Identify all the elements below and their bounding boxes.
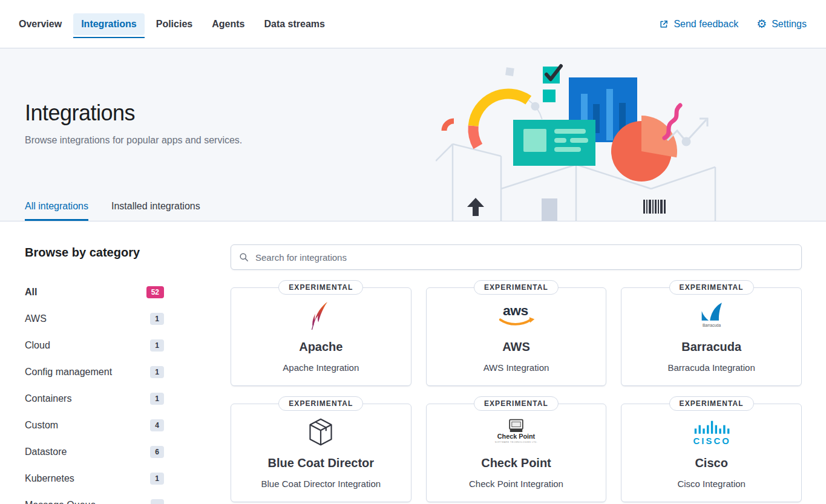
integration-title: Barracuda — [621, 340, 801, 354]
settings-label: Settings — [772, 19, 807, 30]
category-facet-label: Cloud — [25, 340, 50, 351]
integration-card[interactable]: EXPERIMENTAL Apache Apache Integration — [231, 287, 411, 386]
external-link-icon — [659, 19, 669, 29]
integration-logo — [231, 417, 411, 447]
category-facet[interactable]: Custom 4 — [25, 412, 164, 439]
integration-subtitle: Check Point Integration — [427, 479, 606, 489]
integration-logo — [427, 301, 606, 330]
category-facet[interactable]: Kubernetes 1 — [25, 465, 164, 492]
sidebar-heading: Browse by category — [25, 246, 206, 260]
integration-subtitle: Barracuda Integration — [621, 362, 801, 373]
experimental-badge: EXPERIMENTAL — [278, 396, 363, 411]
integration-subtitle: Blue Coat Director Integration — [231, 479, 411, 489]
integration-cards-grid: EXPERIMENTAL Apache Apache Integration E… — [231, 287, 802, 502]
integrations-main: EXPERIMENTAL Apache Apache Integration E… — [231, 244, 802, 504]
category-facet[interactable]: Datastore 6 — [25, 439, 164, 465]
integration-subtitle: Cisco Integration — [621, 479, 801, 489]
category-count-badge: 4 — [150, 419, 164, 431]
category-facet[interactable]: AWS 1 — [25, 306, 164, 332]
category-count-badge: 1 — [150, 473, 164, 485]
integration-card[interactable]: EXPERIMENTAL Check Point Check Point Int… — [426, 404, 607, 502]
tab-all-integrations[interactable]: All integrations — [25, 201, 88, 221]
experimental-badge: EXPERIMENTAL — [474, 280, 559, 295]
integration-subtitle: AWS Integration — [427, 362, 606, 373]
nav-tab[interactable]: Policies — [148, 13, 200, 35]
gear-icon: ⚙ — [756, 18, 767, 30]
nav-tab[interactable]: Integrations — [73, 13, 145, 35]
top-nav-bar: Overview Integrations Policies Agents Da… — [0, 0, 826, 48]
tab-installed-integrations-label: Installed integrations — [111, 201, 200, 211]
integration-card[interactable]: EXPERIMENTAL Barracuda Barracuda Integra… — [621, 287, 802, 386]
integration-title: Blue Coat Director — [231, 456, 411, 470]
category-facet[interactable]: Config management 1 — [25, 359, 164, 385]
send-feedback-button[interactable]: Send feedback — [659, 19, 738, 30]
integration-logo — [621, 301, 801, 330]
integration-logo — [427, 417, 606, 447]
content-area: Browse by category All 52 AWS 1 Cloud 1 — [0, 221, 826, 504]
category-facet-label: Config management — [25, 367, 112, 378]
category-sidebar: Browse by category All 52 AWS 1 Cloud 1 — [25, 244, 206, 504]
category-facet-label: Containers — [25, 393, 71, 404]
integration-title: Cisco — [621, 456, 801, 470]
category-count-badge — [151, 499, 164, 504]
integration-title: Check Point — [427, 456, 606, 470]
category-count-badge: 1 — [150, 393, 164, 405]
category-facet-label: Datastore — [25, 447, 67, 457]
category-count-badge: 1 — [150, 339, 164, 352]
integration-logo — [621, 417, 801, 447]
category-facet-label: Kubernetes — [25, 473, 74, 484]
category-facet-label: Message Queue — [25, 500, 96, 504]
category-facet-label: All — [25, 287, 37, 298]
nav-tab[interactable]: Overview — [11, 13, 70, 35]
nav-tab[interactable]: Agents — [204, 13, 252, 35]
integrations-illustration — [436, 48, 720, 221]
nav-tab-label: Integrations — [81, 19, 137, 29]
integration-card[interactable]: EXPERIMENTAL AWS AWS Integration — [426, 287, 607, 386]
experimental-badge: EXPERIMENTAL — [669, 280, 754, 295]
category-facet[interactable]: Containers 1 — [25, 385, 164, 412]
experimental-badge: EXPERIMENTAL — [474, 396, 559, 411]
category-facet-label: AWS — [25, 313, 47, 324]
settings-button[interactable]: ⚙ Settings — [756, 18, 807, 30]
nav-tab-label: Overview — [19, 19, 62, 29]
integration-logo — [231, 301, 411, 330]
search-icon — [239, 252, 249, 262]
integration-card[interactable]: EXPERIMENTAL Blue Coat Director Blue Coa… — [231, 404, 411, 502]
nav-actions: Send feedback ⚙ Settings — [659, 18, 807, 30]
category-facet[interactable]: Cloud 1 — [25, 332, 164, 359]
category-facet[interactable]: Message Queue — [25, 492, 164, 504]
nav-tab[interactable]: Data streams — [256, 13, 333, 35]
category-count-badge: 1 — [150, 313, 164, 325]
experimental-badge: EXPERIMENTAL — [669, 396, 754, 411]
integration-subtitle: Apache Integration — [231, 362, 411, 373]
experimental-badge: EXPERIMENTAL — [278, 280, 363, 295]
category-count-badge: 52 — [146, 286, 164, 298]
nav-tab-label: Policies — [156, 19, 192, 29]
search-input[interactable] — [255, 252, 793, 263]
category-facet-list: All 52 AWS 1 Cloud 1 Config management 1 — [25, 279, 206, 504]
tab-installed-integrations[interactable]: Installed integrations — [111, 201, 200, 221]
nav-tab-label: Agents — [212, 19, 244, 29]
category-count-badge: 6 — [150, 446, 164, 458]
tab-all-integrations-label: All integrations — [25, 201, 88, 211]
nav-tabs: Overview Integrations Policies Agents Da… — [11, 13, 333, 35]
nav-tab-label: Data streams — [264, 19, 325, 29]
integration-card[interactable]: EXPERIMENTAL Cisco Cisco Integration — [621, 404, 802, 502]
search-bar — [231, 244, 802, 270]
integration-title: AWS — [427, 340, 606, 354]
category-count-badge: 1 — [150, 366, 164, 378]
category-facet[interactable]: All 52 — [25, 279, 164, 306]
integration-title: Apache — [231, 340, 411, 354]
hero-section: Integrations Browse integrations for pop… — [0, 48, 826, 221]
view-tabs: All integrations Installed integrations — [25, 201, 200, 221]
category-facet-label: Custom — [25, 420, 58, 431]
send-feedback-label: Send feedback — [674, 19, 738, 30]
